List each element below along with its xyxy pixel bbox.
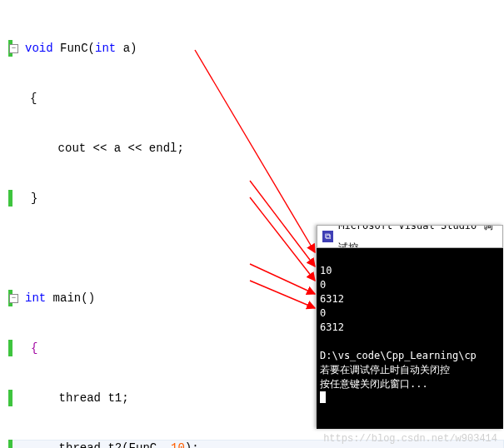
console-title: Microsoft Visual Studio 调试控 bbox=[338, 225, 502, 248]
code-line: thread t2(FunC, bbox=[31, 441, 171, 448]
code-line: { bbox=[27, 340, 37, 356]
code-line: } bbox=[27, 190, 37, 207]
code-line: void bbox=[25, 42, 53, 55]
code-line: { bbox=[27, 90, 37, 107]
console-cursor bbox=[320, 391, 326, 403]
code-line: thread t1; bbox=[27, 390, 129, 406]
vs-icon: ⧉ bbox=[322, 231, 333, 242]
debug-console: ⧉ Microsoft Visual Studio 调试控 10 0 6312 … bbox=[317, 225, 503, 429]
console-title-bar[interactable]: ⧉ Microsoft Visual Studio 调试控 bbox=[317, 225, 503, 248]
watermark: https://blog.csdn.net/w903414 bbox=[323, 433, 497, 445]
code-line: int bbox=[25, 291, 46, 305]
fold-collapse-icon[interactable]: − bbox=[9, 294, 18, 303]
console-output: 10 0 6312 0 6312 D:\vs_code\Cpp_Learning… bbox=[317, 248, 503, 409]
fold-collapse-icon[interactable]: − bbox=[9, 44, 18, 53]
code-line: cout << a << endl; bbox=[27, 140, 184, 157]
